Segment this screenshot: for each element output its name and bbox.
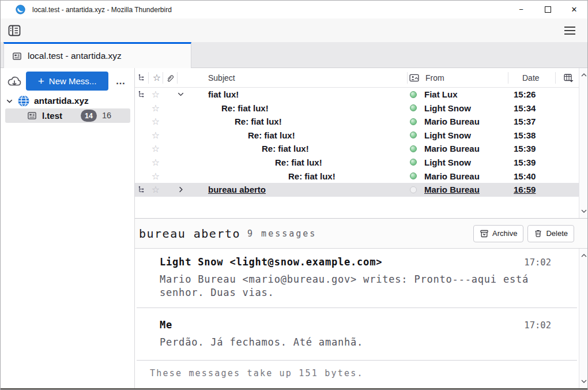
unread-dot[interactable] xyxy=(410,118,417,125)
new-message-label: New Mess... xyxy=(49,76,97,86)
unread-dot[interactable] xyxy=(410,159,417,166)
star-icon[interactable]: ☆ xyxy=(150,183,161,197)
globe-icon xyxy=(17,95,30,107)
message-list: ☆ fiat lux! Fiat Lux 15:26 ☆ Re: fiat lu… xyxy=(135,88,579,197)
delete-label: Delete xyxy=(546,229,568,238)
size-summary: These messages take up 151 bytes. xyxy=(150,368,579,378)
close-button[interactable]: ✕ xyxy=(561,1,587,18)
message-row[interactable]: ☆ Re: fiat lux! Light Snow 15:39 xyxy=(135,156,579,170)
message-row[interactable]: ☆ Re: fiat lux! Light Snow 15:38 xyxy=(135,129,579,142)
star-icon[interactable]: ☆ xyxy=(150,102,161,115)
message-header: Me 17:02 xyxy=(160,319,551,331)
titlebar: local.test - antartida.xyz - Mozilla Thu… xyxy=(1,1,587,18)
spaces-toggle-button[interactable] xyxy=(5,22,24,39)
account-row-antartida[interactable]: antartida.xyz xyxy=(1,93,135,108)
message-row-selected[interactable]: ☆ bureau aberto Mario Bureau 16:59 xyxy=(135,183,579,197)
message-time: 17:02 xyxy=(524,320,551,331)
subject-cell: bureau aberto xyxy=(208,183,266,197)
message-body: Perdão. Já fechamos. Até amanhã. xyxy=(160,336,551,349)
chevron-up-icon xyxy=(581,254,587,257)
date-column-header[interactable]: Date xyxy=(522,68,540,88)
message-pane-scrollbar[interactable] xyxy=(579,249,588,388)
window-controls: − ✕ xyxy=(508,1,587,18)
from-column-header[interactable]: From xyxy=(425,68,444,88)
unread-dot[interactable] xyxy=(410,172,417,179)
from-cell: Mario Bureau xyxy=(424,183,480,197)
scroll-down-button[interactable] xyxy=(579,207,588,216)
date-cell: 16:59 xyxy=(514,183,536,197)
star-icon[interactable]: ☆ xyxy=(150,115,161,129)
correspondents-column-icon[interactable] xyxy=(409,74,419,82)
thread-icon xyxy=(138,91,145,98)
subject-cell: Re: fiat lux! xyxy=(235,115,282,129)
from-cell: Light Snow xyxy=(424,156,471,170)
total-count: 16 xyxy=(102,108,111,123)
chevron-down-icon[interactable] xyxy=(5,97,14,106)
from-cell: Mario Bureau xyxy=(424,170,480,183)
thread-pane-scrollbar[interactable] xyxy=(579,68,588,218)
chevron-up-icon xyxy=(581,73,587,77)
star-icon[interactable]: ☆ xyxy=(150,142,161,156)
star-icon[interactable]: ☆ xyxy=(150,170,161,183)
collapse-thread-icon[interactable] xyxy=(176,90,185,99)
maximize-button[interactable] xyxy=(534,1,561,18)
spaces-icon xyxy=(8,25,21,36)
column-separator xyxy=(177,72,178,84)
thread-pane: ☆ Subject From Date xyxy=(135,68,579,218)
message-row[interactable]: ☆ fiat lux! Fiat Lux 15:26 xyxy=(135,88,579,102)
star-icon[interactable]: ☆ xyxy=(150,129,161,142)
attachment-column-icon[interactable] xyxy=(165,74,174,82)
message-row[interactable]: ☆ Re: fiat lux! Mario Bureau 15:40 xyxy=(135,170,579,183)
scroll-down-button[interactable] xyxy=(579,377,588,386)
plus-icon: + xyxy=(38,76,44,87)
subject-cell: Re: fiat lux! xyxy=(248,129,295,142)
get-messages-button[interactable] xyxy=(5,73,24,90)
message-row[interactable]: ☆ Re: fiat lux! Mario Bureau 15:39 xyxy=(135,142,579,156)
unread-dot[interactable] xyxy=(410,104,417,111)
date-cell: 15:39 xyxy=(514,156,536,170)
message-divider xyxy=(137,360,577,361)
minimize-button[interactable]: − xyxy=(508,1,534,18)
scroll-up-button[interactable] xyxy=(579,70,588,80)
thunderbird-logo-icon xyxy=(16,5,25,14)
message-pane: Light Snow <light@snow.example.com> 17:0… xyxy=(135,249,579,388)
tab-local-test[interactable]: local.test - antartida.xyz xyxy=(3,42,191,68)
subject-column-header[interactable]: Subject xyxy=(208,68,235,88)
subject-cell: Re: fiat lux! xyxy=(262,142,309,156)
chevron-down-icon xyxy=(581,209,587,213)
delete-button[interactable]: Delete xyxy=(527,225,574,242)
date-cell: 15:38 xyxy=(514,129,536,142)
archive-icon xyxy=(480,229,489,238)
folder-name: l.test xyxy=(42,108,62,123)
archive-button[interactable]: Archive xyxy=(473,225,523,242)
scroll-up-button[interactable] xyxy=(579,251,588,260)
new-message-button[interactable]: + New Mess... xyxy=(26,72,108,91)
read-dot[interactable] xyxy=(410,186,417,193)
star-icon[interactable]: ☆ xyxy=(150,88,161,102)
column-separator xyxy=(163,72,163,84)
message-actions: Archive Delete xyxy=(473,225,574,242)
expand-thread-icon[interactable] xyxy=(176,185,185,194)
window-title: local.test - antartida.xyz - Mozilla Thu… xyxy=(32,6,172,14)
sidebar-folder-ltest[interactable]: l.test 14 16 xyxy=(5,108,130,123)
app-menu-button[interactable] xyxy=(560,22,579,39)
column-picker-icon[interactable] xyxy=(564,74,574,82)
subject-cell: fiat lux! xyxy=(208,88,239,102)
thread-column-header: ☆ Subject From Date xyxy=(135,68,579,88)
from-cell: Mario Bureau xyxy=(424,142,480,156)
message-item[interactable]: Light Snow <light@snow.example.com> 17:0… xyxy=(135,249,579,308)
unread-dot[interactable] xyxy=(410,145,417,152)
thread-column-icon[interactable] xyxy=(138,74,145,81)
message-row[interactable]: ☆ Re: fiat lux! Mario Bureau 15:37 xyxy=(135,115,579,129)
star-icon[interactable]: ☆ xyxy=(150,156,161,170)
star-column-icon[interactable]: ☆ xyxy=(151,68,163,88)
newspaper-icon xyxy=(27,111,37,121)
message-header-bar: bureau aberto 9 messages Archive xyxy=(135,218,588,249)
thread-icon xyxy=(138,186,145,193)
folder-pane-options-button[interactable]: … xyxy=(111,72,131,91)
unread-dot[interactable] xyxy=(410,132,417,138)
message-row[interactable]: ☆ Re: fiat lux! Light Snow 15:34 xyxy=(135,102,579,115)
unread-dot[interactable] xyxy=(410,91,417,98)
message-item[interactable]: Me 17:02 Perdão. Já fechamos. Até amanhã… xyxy=(135,308,579,360)
account-name: antartida.xyz xyxy=(34,93,89,108)
